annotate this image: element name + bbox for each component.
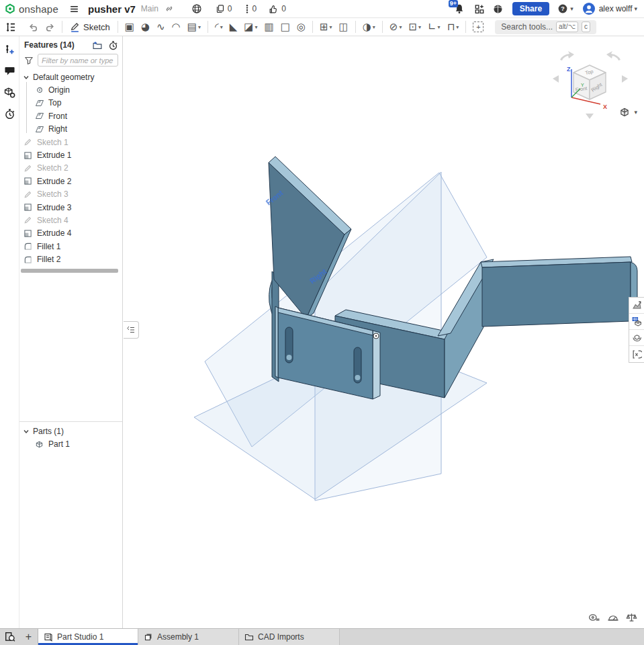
tool-sweep-button[interactable]: ∿: [154, 19, 168, 35]
tool-loft-button[interactable]: ◠: [169, 19, 183, 35]
tool-hole-button[interactable]: ◎: [294, 19, 308, 35]
custom-features-icon[interactable]: [2, 85, 17, 99]
sketch-icon: [23, 216, 33, 225]
add-tab-button[interactable]: +: [19, 629, 38, 645]
fillet-icon: [23, 255, 33, 264]
feature-filter-input[interactable]: [38, 54, 118, 67]
collapse-feature-panel-button[interactable]: [124, 321, 139, 339]
tape-measure-icon[interactable]: [588, 612, 600, 623]
part-arrow-panel-icon[interactable]: [629, 298, 644, 314]
feature-item-front[interactable]: Front: [19, 110, 122, 122]
rollback-bar[interactable]: [21, 269, 118, 273]
learning-globe-icon[interactable]: [493, 4, 503, 14]
feature-item-sketch-1[interactable]: Sketch 1: [19, 136, 122, 148]
user-name[interactable]: alex wolff: [599, 4, 633, 13]
chevron-down-icon: ▾: [330, 24, 332, 30]
tool-fillet-button[interactable]: ◜▾: [212, 19, 226, 35]
tool-boolean-button[interactable]: ◑▾: [360, 19, 378, 35]
feature-item-default-geometry[interactable]: Default geometry: [19, 71, 122, 83]
thumbs-up-icon[interactable]: [269, 4, 279, 14]
mate-connector-icon: +: [473, 22, 484, 32]
tool-revolve-button[interactable]: ◕: [138, 19, 152, 35]
cube-brackets-panel-icon[interactable]: [629, 346, 644, 362]
tool-frame-button[interactable]: ⊓▾: [445, 19, 462, 35]
rollback-history-icon[interactable]: [108, 40, 118, 50]
part-label: Part 1: [48, 439, 70, 449]
tool-linear-pattern-button[interactable]: ⊞▾: [317, 19, 335, 35]
view-options-button[interactable]: ▾: [619, 107, 637, 118]
right-panel-tabs: [629, 297, 644, 363]
parts-section-header[interactable]: Parts (1): [19, 425, 122, 437]
tool-sheet-metal-button[interactable]: ∟▾: [425, 19, 443, 35]
comments-panel-icon[interactable]: [2, 63, 17, 78]
document-menu-icon[interactable]: [69, 4, 79, 14]
tool-extrude-button[interactable]: ▣: [122, 19, 137, 35]
link-icon[interactable]: [165, 4, 174, 13]
cube-table-panel-icon[interactable]: [629, 314, 644, 330]
tool-draft-button[interactable]: ◪▾: [241, 19, 260, 35]
view-cube[interactable]: Top Front Right Z X Y: [551, 50, 630, 120]
search-tabs-button[interactable]: [0, 629, 19, 645]
tab-part-studio-1[interactable]: Part Studio 1: [38, 629, 138, 645]
undo-button[interactable]: [26, 19, 41, 35]
workspace-branch[interactable]: Main: [141, 4, 158, 13]
tool-rib-button[interactable]: ▥: [261, 19, 276, 35]
feature-item-extrude-4[interactable]: Extrude 4: [19, 227, 122, 240]
redo-button[interactable]: [42, 19, 58, 35]
feature-item-extrude-1[interactable]: Extrude 1: [19, 148, 122, 161]
tool-transform-button[interactable]: ⊡▾: [406, 19, 424, 35]
user-avatar[interactable]: [583, 3, 595, 15]
apps-grid-icon[interactable]: [474, 3, 485, 14]
mass-properties-scale-icon[interactable]: [626, 612, 637, 623]
feature-item-sketch-3[interactable]: Sketch 3: [19, 188, 122, 201]
extrude-icon: [23, 228, 33, 238]
variables-panel-icon[interactable]: [2, 42, 17, 56]
tool-split-button[interactable]: ⊘▾: [387, 19, 405, 35]
feature-item-extrude-2[interactable]: Extrude 2: [19, 175, 122, 187]
graphics-viewport[interactable]: Front Right Top Front Right Z X: [124, 36, 644, 628]
feature-label: Right: [48, 124, 67, 134]
notifications-bell-icon[interactable]: 9+: [454, 3, 465, 14]
globe-icon[interactable]: [191, 3, 202, 14]
tab-assembly-1[interactable]: Assembly 1: [138, 629, 239, 645]
feature-item-top[interactable]: Top: [19, 97, 122, 110]
feature-item-fillet-2[interactable]: Fillet 2: [19, 253, 122, 265]
fillet-icon: [23, 242, 33, 251]
feature-item-extrude-3[interactable]: Extrude 3: [19, 201, 122, 214]
share-button[interactable]: Share: [512, 2, 549, 15]
parts-section: Parts (1) Part 1: [19, 421, 122, 451]
mirror-icon: ◫: [339, 22, 349, 32]
origin-marker[interactable]: [373, 333, 379, 339]
sketch-button[interactable]: Sketch: [66, 19, 114, 35]
feature-label: Top: [48, 98, 61, 108]
notifications-badge: 9+: [449, 0, 458, 7]
tool-shell-button[interactable]: □: [278, 19, 293, 35]
cube-rotate-panel-icon[interactable]: [629, 330, 644, 346]
search-tools-placeholder: Search tools...: [501, 22, 553, 32]
svg-text:?: ?: [561, 5, 565, 12]
tool-chamfer-button[interactable]: ◣: [227, 19, 240, 35]
protractor-icon[interactable]: [607, 612, 619, 623]
history-clock-icon[interactable]: [2, 106, 17, 121]
feature-item-sketch-2[interactable]: Sketch 2: [19, 162, 122, 175]
chevron-down-icon: ▾: [634, 109, 637, 116]
filter-icon[interactable]: [24, 56, 34, 65]
feature-item-right[interactable]: Right: [19, 123, 122, 136]
new-folder-icon[interactable]: [92, 40, 103, 50]
feature-item-fillet-1[interactable]: Fillet 1: [19, 240, 122, 253]
fillet-icon: ◜: [215, 22, 219, 32]
tool-thicken-button[interactable]: ▤▾: [185, 19, 203, 35]
model-scene[interactable]: Front Right: [124, 36, 644, 628]
history-dots-icon[interactable]: [244, 4, 250, 14]
help-menu[interactable]: ? ▾: [557, 3, 573, 14]
part-item-part-1[interactable]: Part 1: [19, 437, 122, 450]
chevron-down-icon: [23, 74, 31, 81]
feature-item-origin[interactable]: Origin: [19, 83, 122, 96]
tab-cad-imports[interactable]: CAD Imports: [239, 629, 340, 645]
search-tools-input[interactable]: Search tools... alt/⌥ c: [495, 20, 596, 34]
feature-list-toggle-button[interactable]: [3, 19, 19, 35]
feature-item-sketch-4[interactable]: Sketch 4: [19, 214, 122, 226]
versions-icon[interactable]: [216, 4, 225, 13]
tool-mate-connector-button[interactable]: +: [470, 19, 486, 35]
tool-mirror-button[interactable]: ◫: [336, 19, 351, 35]
